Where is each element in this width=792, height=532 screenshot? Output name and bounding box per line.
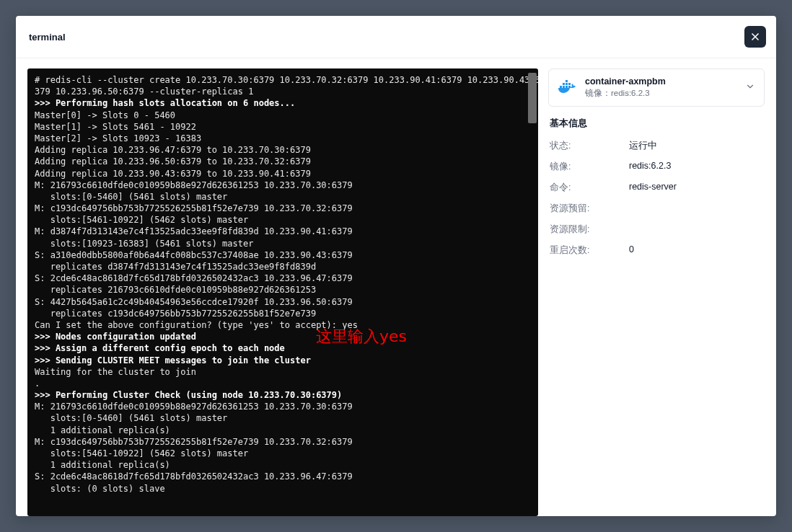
- info-row: 状态:运行中: [550, 140, 763, 152]
- info-label: 命令:: [550, 182, 629, 194]
- terminal-line: M: 216793c6610dfde0c010959b88e927d626361…: [35, 401, 531, 412]
- info-label: 状态:: [550, 140, 629, 152]
- basic-info-list: 状态:运行中镜像:redis:6.2.3命令:redis-server资源预留:…: [548, 140, 765, 265]
- container-image-label: 镜像：: [585, 89, 611, 97]
- terminal-line: replicates 216793c6610dfde0c010959b88e92…: [35, 284, 531, 296]
- info-value: redis-server: [629, 182, 677, 194]
- terminal-line: >>> Sending CLUSTER MEET messages to joi…: [35, 355, 531, 366]
- basic-info-title: 基本信息: [548, 117, 765, 130]
- terminal-line: replicates c193dc649756bb753b7725526255b…: [35, 308, 531, 319]
- container-name: container-axmpbm: [585, 76, 738, 87]
- close-button[interactable]: [744, 26, 766, 48]
- chevron-down-icon: [745, 81, 755, 94]
- container-image-value: redis:6.2.3: [611, 89, 650, 97]
- terminal-line: M: d3874f7d313143e7c4f13525adc33ee9f8fd8…: [35, 226, 531, 237]
- terminal-line: slots:[5461-10922] (5462 slots) master: [35, 214, 531, 226]
- terminal-line: M: 216793c6610dfde0c010959b88e927d626361…: [35, 179, 531, 191]
- info-value: 0: [629, 244, 634, 257]
- terminal-line: slots:[0-5460] (5461 slots) master: [35, 191, 531, 203]
- terminal-line: S: 2cde6c48ac8618d7fc65d178bfd0326502432…: [35, 471, 531, 482]
- terminal-line: S: 2cde6c48ac8618d7fc65d178bfd0326502432…: [35, 272, 531, 284]
- terminal-line: slots:[10923-16383] (5461 slots) master: [35, 238, 531, 249]
- terminal-line: >>> Performing hash slots allocation on …: [35, 97, 531, 109]
- info-row: 资源预留:: [550, 203, 763, 215]
- container-text: container-axmpbm 镜像：redis:6.2.3: [585, 76, 738, 99]
- modal-title: terminal: [29, 32, 66, 43]
- modal-body: # redis-cli --cluster create 10.233.70.3…: [16, 58, 776, 516]
- svg-rect-3: [563, 86, 565, 88]
- svg-rect-6: [563, 83, 565, 85]
- terminal-line: Master[0] -> Slots 0 - 5460: [35, 110, 531, 121]
- svg-rect-2: [560, 86, 562, 88]
- terminal-line: Adding replica 10.233.96.47:6379 to 10.2…: [35, 144, 531, 156]
- terminal-line: >>> Assign a different config epoch to e…: [35, 342, 531, 354]
- terminal-line: Waiting for the cluster to join: [35, 366, 531, 378]
- terminal-line: 379 10.233.96.50:6379 --cluster-replicas…: [35, 86, 531, 97]
- terminal-output[interactable]: # redis-cli --cluster create 10.233.70.3…: [27, 68, 538, 516]
- svg-rect-7: [566, 83, 568, 85]
- terminal-line: slots:[5461-10922] (5462 slots) master: [35, 448, 531, 459]
- terminal-line: .: [35, 378, 531, 389]
- docker-icon: [558, 80, 578, 96]
- terminal-line: replicates d3874f7d313143e7c4f13525adc33…: [35, 261, 531, 272]
- svg-rect-8: [568, 83, 571, 85]
- terminal-line: # redis-cli --cluster create 10.233.70.3…: [35, 74, 531, 86]
- terminal-line: Adding replica 10.233.90.43:6379 to 10.2…: [35, 168, 531, 179]
- info-row: 镜像:redis:6.2.3: [550, 161, 763, 173]
- terminal-line: M: c193dc649756bb753b7725526255b81f52e7e…: [35, 203, 531, 214]
- terminal-line: slots: (0 slots) slave: [35, 483, 531, 495]
- svg-rect-4: [566, 86, 568, 88]
- info-row: 重启次数:0: [550, 244, 763, 257]
- terminal-modal: terminal # redis-cli --cluster create 10…: [16, 16, 776, 516]
- terminal-line: Can I set the above configuration? (type…: [35, 319, 531, 331]
- info-label: 资源预留:: [550, 203, 629, 215]
- annotation-text: 这里输入yes: [316, 326, 407, 347]
- modal-header: terminal: [16, 16, 776, 58]
- container-image-sub: 镜像：redis:6.2.3: [585, 88, 738, 99]
- info-row: 资源限制:: [550, 223, 763, 236]
- side-panel: container-axmpbm 镜像：redis:6.2.3 基本信息 状态:…: [548, 68, 765, 516]
- terminal-line: 1 additional replica(s): [35, 459, 531, 471]
- terminal-line: Adding replica 10.233.96.50:6379 to 10.2…: [35, 156, 531, 167]
- scrollbar-thumb[interactable]: [528, 73, 537, 123]
- terminal-line: M: c193dc649756bb753b7725526255b81f52e7e…: [35, 436, 531, 448]
- terminal-line: >>> Performing Cluster Check (using node…: [35, 389, 531, 401]
- info-label: 资源限制:: [550, 223, 629, 236]
- terminal-line: Master[1] -> Slots 5461 - 10922: [35, 121, 531, 133]
- info-value: 运行中: [629, 140, 657, 152]
- close-icon: [749, 31, 761, 43]
- terminal-line: S: 4427b5645a61c2c49b40454963e56ccdce179…: [35, 296, 531, 308]
- info-label: 镜像:: [550, 161, 629, 173]
- terminal-line: S: a310ed0dbb5800af0b6a44fc008bc537c3740…: [35, 249, 531, 261]
- terminal-line: 1 additional replica(s): [35, 425, 531, 436]
- svg-rect-9: [566, 80, 568, 82]
- terminal-container: # redis-cli --cluster create 10.233.70.3…: [27, 68, 538, 516]
- info-label: 重启次数:: [550, 244, 629, 257]
- container-card[interactable]: container-axmpbm 镜像：redis:6.2.3: [548, 68, 765, 107]
- terminal-line: >>> Nodes configuration updated: [35, 331, 531, 342]
- info-value: redis:6.2.3: [629, 161, 671, 173]
- terminal-line: slots:[0-5460] (5461 slots) master: [35, 412, 531, 424]
- terminal-line: Master[2] -> Slots 10923 - 16383: [35, 133, 531, 144]
- info-row: 命令:redis-server: [550, 182, 763, 194]
